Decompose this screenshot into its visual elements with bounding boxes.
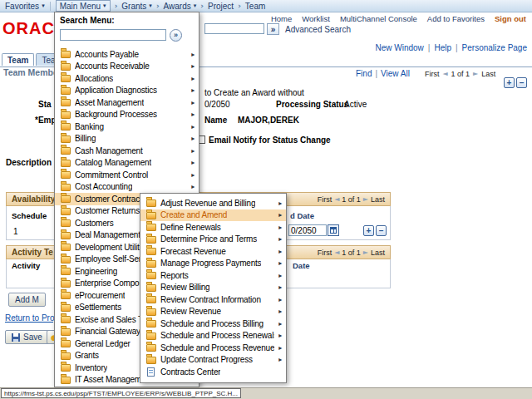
menu-item-label: Customers (75, 219, 114, 228)
menu-item-review-revenue[interactable]: Review Revenue▸ (140, 306, 286, 318)
submenu-arrow-icon: ▸ (191, 159, 195, 166)
menu-item-manage-progress-payments[interactable]: Manage Progress Payments▸ (140, 258, 286, 270)
menu-item-asset-management[interactable]: Asset Management▸ (55, 96, 199, 109)
menu-item-accounts-receivable[interactable]: Accounts Receivable▸ (55, 61, 199, 73)
menu-item-allocations[interactable]: Allocations▸ (55, 72, 199, 85)
breadcrumb-grants[interactable]: Grants ▾ (121, 2, 152, 11)
folder-icon (146, 308, 156, 316)
menu-item-reports[interactable]: Reports▸ (140, 269, 286, 282)
pager-previous-icon[interactable]: ◄ (442, 70, 447, 77)
menu-item-accounts-payable[interactable]: Accounts Payable▸ (55, 48, 199, 61)
delete-row-button[interactable]: – (516, 77, 527, 88)
menu-item-billing[interactable]: Billing▸ (55, 133, 199, 145)
availability-delete-row-button[interactable]: – (376, 225, 387, 236)
folder-icon (61, 147, 71, 155)
menu-item-define-renewals[interactable]: Define Renewals▸ (140, 221, 286, 234)
pager-previous-icon[interactable]: ◄ (334, 249, 339, 256)
menu-item-background-processes[interactable]: Background Processes▸ (55, 109, 199, 121)
peoplesoft-application-window: Favorites ▾ Main Menu ▾ › Grants ▾ › Awa… (0, 0, 532, 399)
breadcrumb-project[interactable]: Project (208, 2, 234, 11)
pager-previous-icon[interactable]: ◄ (334, 195, 339, 203)
menu-item-update-contract-progress[interactable]: Update Contract Progress▸ (140, 354, 286, 367)
menu-item-commitment-control[interactable]: Commitment Control▸ (55, 169, 199, 181)
advanced-search-link[interactable]: Advanced Search (285, 25, 351, 34)
menu-item-create-and-amend[interactable]: Create and Amend▸ (140, 209, 286, 222)
submenu-arrow-icon: ▸ (278, 224, 282, 231)
end-date-input[interactable] (288, 224, 327, 236)
folder-icon (61, 292, 71, 299)
folder-icon (61, 63, 71, 71)
breadcrumb-team[interactable]: Team (245, 2, 265, 11)
menu-item-determine-price-and-terms[interactable]: Determine Price and Terms▸ (140, 234, 286, 246)
pager-first-label[interactable]: First (318, 195, 332, 204)
pager-next-icon[interactable]: ► (363, 195, 368, 203)
submenu-arrow-icon: ▸ (278, 211, 282, 219)
menu-item-label: Financial Gateway (75, 327, 140, 336)
header-search-input[interactable] (204, 23, 264, 34)
menu-item-schedule-and-process-revenue[interactable]: Schedule and Process Revenue▸ (140, 342, 286, 354)
help-link[interactable]: Help (434, 43, 451, 52)
personalize-page-link[interactable]: Personalize Page (462, 43, 527, 52)
menu-search-input[interactable] (60, 29, 166, 41)
home-link[interactable]: Home (271, 14, 292, 23)
menu-item-label: Determine Price and Terms (160, 234, 257, 244)
menu-item-application-diagnostics[interactable]: Application Diagnostics▸ (55, 85, 199, 97)
menu-item-schedule-and-process-renewals[interactable]: Schedule and Process Renewals▸ (140, 330, 286, 342)
menu-item-schedule-and-process-billing[interactable]: Schedule and Process Billing▸ (140, 318, 286, 330)
menu-item-adjust-revenue-and-billing[interactable]: Adjust Revenue and Billing▸ (140, 197, 286, 209)
folder-icon (146, 272, 156, 279)
pager-first-label[interactable]: First (318, 249, 332, 257)
add-row-button[interactable]: + (504, 77, 515, 88)
folder-icon (61, 328, 71, 336)
submenu-arrow-icon: ▸ (278, 200, 282, 207)
pager-next-icon[interactable]: ► (473, 70, 478, 77)
plus-icon: + (507, 79, 512, 87)
submenu-arrow-icon: ▸ (191, 86, 195, 94)
worklist-link[interactable]: Worklist (302, 14, 330, 23)
calendar-picker-button[interactable] (328, 224, 339, 236)
pager-last-label[interactable]: Last (371, 249, 385, 257)
folder-icon (61, 268, 71, 275)
menu-item-catalog-management[interactable]: Catalog Management▸ (55, 157, 199, 170)
pager-next-icon[interactable]: ► (363, 249, 368, 256)
new-window-link[interactable]: New Window (375, 43, 423, 52)
folder-icon (146, 248, 156, 255)
minus-icon: – (379, 227, 384, 235)
pager-last-label[interactable]: Last (371, 195, 385, 204)
menu-item-cost-accounting[interactable]: Cost Accounting▸ (55, 181, 199, 194)
menu-item-label: Application Diagnostics (75, 86, 157, 95)
submenu-arrow-icon: ▸ (278, 308, 282, 315)
menu-item-label: Customer Returns (75, 206, 140, 215)
multichannel-console-link[interactable]: MultiChannel Console (340, 14, 417, 23)
availability-add-row-button[interactable]: + (363, 225, 374, 236)
menu-search-go-button[interactable]: » (170, 29, 182, 42)
favorites-menu[interactable]: Favorites ▾ (5, 2, 45, 11)
find-link[interactable]: Find (356, 69, 372, 78)
menu-item-cash-management[interactable]: Cash Management▸ (55, 145, 199, 157)
activity-team-title: Activity Te (12, 248, 53, 257)
menu-item-forecast-revenue[interactable]: Forecast Revenue▸ (140, 245, 286, 258)
name-value: MAJOR,DEREK (238, 116, 299, 125)
breadcrumb-awards[interactable]: Awards ▾ (164, 2, 197, 11)
menu-item-banking[interactable]: Banking▸ (55, 121, 199, 133)
availability-title: Availability (12, 195, 55, 204)
menu-item-label: Customer Contracts (75, 195, 145, 204)
main-menu-button[interactable]: Main Menu ▾ (56, 0, 111, 12)
menu-item-review-billing[interactable]: Review Billing▸ (140, 282, 286, 294)
breadcrumb-label: Awards (164, 2, 191, 11)
submenu-arrow-icon: ▸ (278, 259, 282, 267)
menu-item-review-contract-information[interactable]: Review Contract Information▸ (140, 293, 286, 306)
view-all-link[interactable]: View All (381, 69, 410, 78)
menu-item-contracts-center[interactable]: Contracts Center (140, 366, 286, 378)
submenu-arrow-icon: ▸ (278, 272, 282, 279)
save-button[interactable]: Save (5, 330, 49, 344)
pager-first-label[interactable]: First (425, 70, 440, 78)
header-search-go-button[interactable]: » (267, 23, 279, 35)
pager-last-label[interactable]: Last (481, 70, 495, 78)
add-to-favorites-link[interactable]: Add to Favorites (427, 14, 485, 23)
browser-status-bar: https://fms-tst.ps.cs.edu/psp/FTST/EMPLO… (0, 387, 532, 399)
sign-out-link[interactable]: Sign out (495, 14, 526, 23)
submenu-arrow-icon: ▸ (278, 248, 282, 255)
add-member-button[interactable]: Add M (8, 293, 46, 307)
tab-team[interactable]: Team (2, 53, 34, 66)
